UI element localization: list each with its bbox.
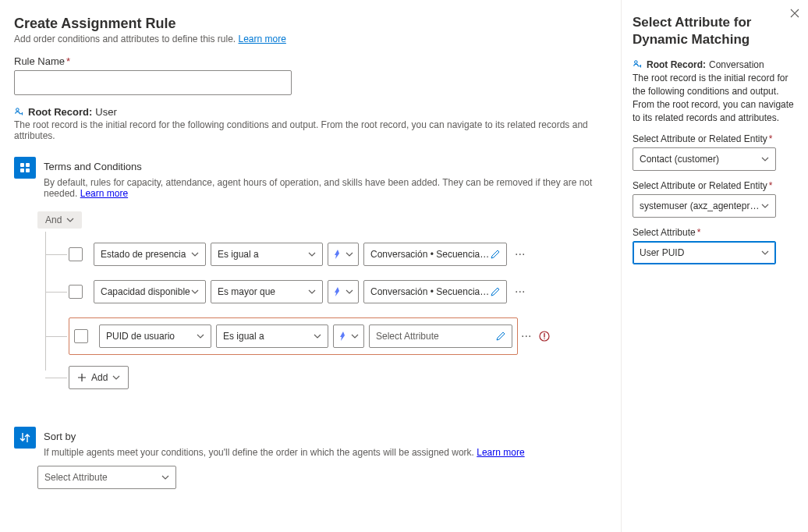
edit-icon: [491, 250, 500, 259]
more-options-button[interactable]: ···: [512, 247, 528, 261]
panel-field-label-text: Select Attribute or Related Entity: [633, 133, 767, 144]
required-asterisk: *: [769, 133, 773, 144]
row-checkbox[interactable]: [69, 247, 83, 261]
chevron-down-icon: [191, 250, 199, 258]
attribute-select[interactable]: Estado de presencia: [94, 243, 206, 266]
page-subtitle-text: Add order conditions and attributes to d…: [14, 34, 239, 44]
panel-field: Select Attribute or Related Entity* Cont…: [633, 133, 799, 171]
svg-rect-2: [26, 163, 30, 167]
panel-root-record-line: Root Record: Conversation: [633, 59, 799, 70]
panel-entity-select-2[interactable]: systemuser (axz_agentepreferid...: [633, 194, 776, 218]
terms-learn-more-link[interactable]: Learn more: [80, 188, 128, 199]
chevron-down-icon: [346, 288, 353, 296]
panel-attribute-select[interactable]: User PUID: [633, 241, 776, 264]
chevron-down-icon: [308, 250, 316, 258]
required-asterisk: *: [697, 227, 701, 238]
condition-row: Estado de presencia Es igual a Con: [37, 243, 607, 266]
panel-field: Select Attribute or Related Entity* syst…: [633, 180, 799, 218]
chevron-down-icon: [761, 202, 769, 210]
terms-desc: By default, rules for capacity, attendan…: [44, 177, 607, 199]
more-options-button[interactable]: ···: [512, 285, 528, 299]
operator-select[interactable]: Es igual a: [211, 243, 323, 266]
person-tree-icon: [14, 107, 25, 118]
close-button[interactable]: [789, 8, 800, 19]
root-record-label: Root Record:: [28, 106, 92, 118]
svg-point-0: [16, 108, 19, 111]
chevron-down-icon: [761, 155, 769, 163]
attribute-select[interactable]: Capacidad disponible: [94, 280, 206, 303]
row-checkbox[interactable]: [69, 285, 83, 299]
required-asterisk: *: [66, 55, 70, 67]
panel-title: Select Attribute for Dynamic Matching: [633, 14, 799, 48]
operator-select-value: Es igual a: [223, 331, 264, 342]
terms-title: Terms and Conditions: [44, 161, 607, 172]
chevron-down-icon: [197, 332, 204, 340]
value-select[interactable]: Conversación • Secuencia de tra...: [363, 280, 507, 303]
operator-select[interactable]: Es mayor que: [211, 280, 323, 303]
rule-name-label-text: Rule Name: [14, 55, 65, 67]
more-options-button[interactable]: ···: [518, 329, 534, 343]
add-condition-button[interactable]: Add: [69, 366, 129, 389]
person-tree-icon: [633, 59, 643, 70]
rule-name-input[interactable]: [14, 70, 292, 95]
attribute-select-value: Estado de presencia: [101, 249, 186, 260]
panel-field-label-text: Select Attribute: [633, 227, 696, 238]
sortby-title: Sort by: [44, 431, 525, 442]
panel-root-record-label: Root Record:: [647, 59, 706, 70]
panel-entity-select-1[interactable]: Contact (customer): [633, 147, 776, 171]
operator-select[interactable]: Es igual a: [216, 325, 328, 348]
chevron-down-icon: [351, 332, 359, 340]
terms-section-icon: [14, 157, 36, 179]
chevron-down-icon: [66, 216, 74, 224]
sortby-section-icon: [14, 427, 36, 449]
panel-select-value: systemuser (axz_agentepreferid...: [640, 200, 761, 211]
svg-point-6: [635, 61, 638, 64]
condition-row-error: PUID de usuario Es igual a Select: [37, 317, 607, 355]
attribute-select[interactable]: PUID de usuario: [99, 325, 211, 348]
root-record-desc: The root record is the initial record fo…: [14, 119, 607, 141]
chevron-down-icon: [308, 288, 316, 296]
sortby-desc-text: If multiple agents meet your conditions,…: [44, 447, 477, 458]
value-select-placeholder: Select Attribute: [376, 331, 496, 342]
row-checkbox[interactable]: [74, 329, 88, 343]
dynamic-match-button[interactable]: [328, 280, 359, 303]
sortby-desc: If multiple agents meet your conditions,…: [44, 447, 525, 458]
chevron-down-icon: [161, 473, 169, 481]
chevron-down-icon: [112, 374, 120, 381]
dynamic-match-button[interactable]: [333, 325, 364, 348]
dynamic-match-button[interactable]: [328, 243, 359, 266]
value-select[interactable]: Select Attribute: [369, 325, 512, 348]
andor-label: And: [45, 215, 62, 225]
panel-field-label: Select Attribute*: [633, 227, 799, 238]
panel-field-label: Select Attribute or Related Entity*: [633, 180, 799, 191]
page-title: Create Assignment Rule: [14, 16, 607, 32]
panel-field-label: Select Attribute or Related Entity*: [633, 133, 799, 144]
condition-row: Capacidad disponible Es mayor que: [37, 280, 607, 303]
root-record-value: User: [95, 106, 116, 118]
sortby-learn-more-link[interactable]: Learn more: [477, 447, 524, 458]
panel-root-record-desc: The root record is the initial record fo…: [633, 72, 799, 124]
required-asterisk: *: [769, 180, 773, 191]
add-button-label: Add: [91, 372, 108, 383]
panel-root-record-value: Conversation: [709, 59, 764, 70]
error-icon: [539, 331, 550, 342]
value-select-text: Conversación • Secuencia de tra...: [370, 286, 491, 297]
attribute-select-value: PUID de usuario: [106, 331, 175, 342]
chevron-down-icon: [314, 332, 321, 340]
root-record-line: Root Record: User: [14, 106, 607, 118]
value-select[interactable]: Conversación • Secuencia de tra...: [363, 243, 507, 266]
terms-section: Terms and Conditions By default, rules f…: [14, 157, 607, 389]
rule-name-label: Rule Name*: [14, 55, 607, 67]
learn-more-link[interactable]: Learn more: [239, 34, 286, 44]
sortby-attribute-select[interactable]: Select Attribute: [37, 466, 176, 489]
attribute-select-value: Capacidad disponible: [101, 286, 190, 297]
operator-select-value: Es igual a: [218, 249, 259, 260]
operator-select-value: Es mayor que: [218, 286, 275, 297]
dynamic-match-panel: Select Attribute for Dynamic Matching Ro…: [621, 0, 808, 532]
panel-field: Select Attribute* User PUID: [633, 227, 799, 264]
plus-icon: [77, 373, 87, 382]
andor-toggle[interactable]: And: [37, 211, 82, 229]
chevron-down-icon: [761, 249, 769, 257]
sortby-select-placeholder: Select Attribute: [44, 472, 108, 483]
branch-line: [45, 336, 67, 337]
